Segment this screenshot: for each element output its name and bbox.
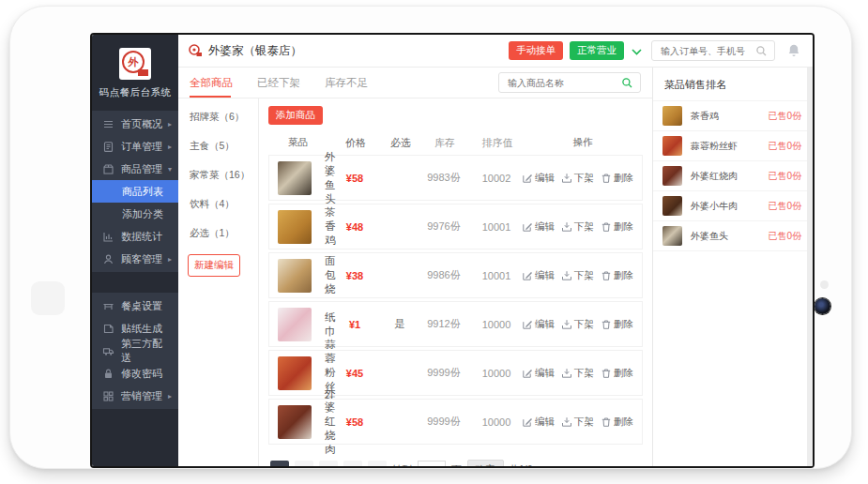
tab-all-products[interactable]: 全部商品 (190, 68, 233, 98)
order-search-input[interactable] (659, 45, 755, 57)
app-screen: 外 码点餐后台系统 首页概况 ▸ 订单管理 ▸ 商品管理 ▾ (90, 33, 815, 468)
trash-icon (601, 368, 612, 379)
header-price: 价格 (327, 136, 384, 150)
page-button-ellipsis[interactable]: … (343, 461, 362, 468)
dish-price: ¥1 (327, 319, 383, 330)
edit-button[interactable]: 编辑 (522, 318, 555, 331)
chevron-right-icon: ▸ (168, 392, 172, 401)
category-item-required[interactable]: 必选（1） (178, 219, 258, 248)
dish-price: ¥38 (327, 270, 383, 281)
sidebar-item-marketing[interactable]: 营销管理 ▸ (92, 385, 178, 407)
dish-price: ¥58 (327, 173, 383, 184)
tab-low-stock[interactable]: 库存不足 (325, 68, 368, 98)
delete-button[interactable]: 删除 (601, 172, 633, 185)
ranking-photo (662, 136, 682, 156)
off-shelf-button[interactable]: 下架 (561, 220, 594, 234)
trash-icon (601, 416, 612, 428)
app-logo: 外 (119, 48, 151, 80)
confirm-button[interactable]: 确定 (467, 460, 504, 468)
page-button-6[interactable]: 6 (368, 461, 387, 468)
ranking-photo (662, 106, 682, 126)
topbar: 外婆家（银泰店） 手动接单 正常营业 (178, 35, 813, 68)
status-chevron-down-icon[interactable] (631, 48, 643, 56)
off-shelf-icon (561, 368, 572, 379)
sidebar-item-goods[interactable]: 商品管理 ▾ (92, 158, 178, 180)
ranking-sold: 已售0份 (768, 200, 801, 213)
page-button-2[interactable]: 2 (295, 461, 313, 468)
table-icon (102, 300, 114, 312)
scrollbar-track[interactable] (807, 68, 813, 466)
sidebar-item-change-password[interactable]: 修改密码 (92, 362, 178, 385)
edit-button[interactable]: 编辑 (522, 220, 555, 234)
off-shelf-button[interactable]: 下架 (561, 269, 594, 282)
dish-price: ¥58 (327, 416, 383, 428)
header-actions: 操作 (523, 136, 643, 149)
off-shelf-button[interactable]: 下架 (561, 172, 594, 185)
dish-sort: 10000 (471, 416, 522, 428)
category-item-drinks[interactable]: 饮料（4） (178, 189, 258, 219)
sidebar-item-label: 数据统计 (121, 230, 162, 244)
sidebar-item-home[interactable]: 首页概况 ▸ (92, 113, 178, 135)
dish-photo (278, 210, 312, 244)
off-shelf-button[interactable]: 下架 (561, 416, 594, 429)
business-status-button[interactable]: 正常营业 (570, 41, 624, 60)
sidebar-item-label: 商品列表 (122, 185, 163, 199)
new-edit-button[interactable]: 新建编辑 (188, 254, 240, 277)
off-shelf-icon (561, 319, 572, 330)
dish-photo (278, 259, 312, 293)
ranking-title: 菜品销售排名 (653, 68, 813, 101)
search-icon[interactable] (755, 45, 768, 57)
sidebar-subitem-add-category[interactable]: 添加分类 (92, 203, 178, 225)
sidebar-item-label: 餐桌设置 (121, 299, 162, 313)
off-shelf-icon (561, 416, 572, 428)
sidebar-group-tools: 餐桌设置 贴纸生成 第三方配送 修改密码 营销管理 ▸ (92, 293, 178, 409)
off-shelf-button[interactable]: 下架 (561, 367, 594, 380)
sidebar-item-table-settings[interactable]: 餐桌设置 (92, 295, 178, 317)
sidebar-item-third-party-delivery[interactable]: 第三方配送 (92, 340, 178, 362)
sidebar-subitem-product-list[interactable]: 商品列表 (92, 180, 178, 203)
table-row: 外婆红烧肉 ¥58 9999份 10000 编辑 下架 删除 (268, 399, 643, 445)
sidebar-item-label: 贴纸生成 (121, 322, 162, 336)
sidebar-item-orders[interactable]: 订单管理 ▸ (92, 135, 178, 158)
delete-button[interactable]: 删除 (601, 416, 633, 429)
page-button-1[interactable]: 1 (270, 461, 289, 468)
category-item-staple[interactable]: 主食（5） (178, 131, 258, 160)
edit-button[interactable]: 编辑 (522, 367, 555, 380)
category-item-signature[interactable]: 招牌菜（6） (178, 102, 258, 131)
edit-button[interactable]: 编辑 (522, 269, 555, 282)
add-product-button[interactable]: 添加商品 (268, 106, 323, 125)
delete-button[interactable]: 删除 (601, 220, 633, 234)
off-shelf-button[interactable]: 下架 (561, 318, 594, 331)
store-logo-icon (188, 43, 203, 58)
delete-button[interactable]: 删除 (601, 269, 633, 282)
page-button-3[interactable]: 3 (319, 461, 338, 468)
bell-icon[interactable] (786, 43, 801, 58)
grid-icon (102, 390, 114, 402)
goto-label: 转到 (392, 463, 412, 468)
category-item-homestyle[interactable]: 家常菜（16） (178, 160, 258, 189)
edit-button[interactable]: 编辑 (522, 172, 555, 185)
product-search-input[interactable] (506, 77, 621, 89)
sidebar-item-customers[interactable]: 顾客管理 ▸ (92, 248, 178, 270)
chevron-down-icon: ▾ (168, 165, 172, 174)
off-shelf-icon (561, 221, 572, 233)
sidebar-item-label: 营销管理 (121, 389, 162, 403)
edit-button[interactable]: 编辑 (522, 416, 555, 429)
search-icon[interactable] (621, 77, 633, 89)
home-button[interactable] (31, 281, 65, 315)
dish-sort: 10001 (471, 270, 522, 281)
dish-price: ¥48 (327, 221, 383, 233)
goto-page-input[interactable] (418, 461, 446, 468)
sidebar-item-stats[interactable]: 数据统计 (92, 225, 178, 248)
tab-off-shelf[interactable]: 已经下架 (257, 68, 300, 98)
manual-order-button[interactable]: 手动接单 (509, 41, 563, 60)
ranking-item: 外婆小牛肉 已售0份 (653, 191, 813, 221)
store-name: 外婆家（银泰店） (208, 43, 302, 59)
dish-stock: 9999份 (417, 366, 471, 380)
delete-button[interactable]: 删除 (601, 367, 633, 380)
trash-icon (601, 270, 612, 281)
order-search-box (651, 40, 775, 61)
ranking-photo (662, 166, 682, 186)
chevron-right-icon: ▸ (168, 120, 172, 129)
delete-button[interactable]: 删除 (601, 318, 633, 331)
